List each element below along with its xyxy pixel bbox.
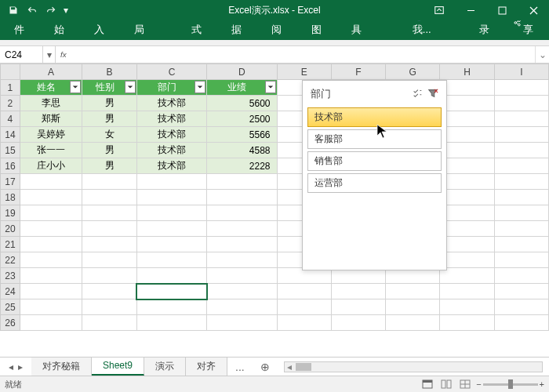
cell[interactable] bbox=[494, 174, 548, 190]
cell[interactable] bbox=[136, 315, 206, 331]
data-cell[interactable]: 2500 bbox=[207, 111, 277, 127]
cell[interactable] bbox=[494, 268, 548, 284]
zoom-control[interactable]: − + bbox=[476, 379, 544, 389]
data-cell[interactable]: 男 bbox=[82, 143, 137, 158]
filter-dropdown-icon[interactable] bbox=[195, 81, 205, 93]
data-cell[interactable]: 庄小小 bbox=[20, 158, 82, 174]
save-icon[interactable] bbox=[5, 2, 22, 18]
cell[interactable] bbox=[494, 111, 548, 127]
cell[interactable] bbox=[494, 299, 548, 315]
cell[interactable] bbox=[494, 96, 548, 111]
cell[interactable] bbox=[440, 237, 494, 252]
row-header-20[interactable]: 20 bbox=[1, 221, 20, 237]
cell[interactable] bbox=[82, 268, 137, 284]
page-break-view-icon[interactable] bbox=[457, 378, 473, 390]
data-cell[interactable]: 技术部 bbox=[136, 96, 206, 111]
row-header-1[interactable]: 1 bbox=[1, 80, 20, 96]
sheet-tab-Sheet9[interactable]: Sheet9 bbox=[92, 358, 144, 376]
qat-dropdown-icon[interactable]: ▾ bbox=[61, 2, 71, 18]
cell[interactable] bbox=[20, 221, 82, 237]
cell[interactable] bbox=[136, 205, 206, 221]
cell[interactable] bbox=[494, 205, 548, 221]
cell[interactable] bbox=[386, 284, 440, 299]
cell[interactable] bbox=[136, 252, 206, 268]
slicer-multiselect-icon[interactable] bbox=[412, 88, 423, 101]
cell[interactable] bbox=[82, 190, 137, 205]
sheet-next-icon[interactable]: ▸ bbox=[18, 361, 23, 372]
sheet-prev-icon[interactable]: ◂ bbox=[9, 361, 13, 372]
sheet-more-icon[interactable]: ... bbox=[227, 358, 253, 376]
col-header-H[interactable]: H bbox=[440, 64, 494, 80]
data-cell[interactable]: 技术部 bbox=[136, 158, 206, 174]
data-cell[interactable]: 技术部 bbox=[136, 143, 206, 158]
cell[interactable] bbox=[440, 158, 494, 174]
fx-button[interactable]: fx bbox=[56, 46, 76, 63]
col-header-E[interactable]: E bbox=[277, 64, 331, 80]
cell[interactable] bbox=[440, 190, 494, 205]
row-header-14[interactable]: 14 bbox=[1, 127, 20, 143]
cell[interactable] bbox=[440, 143, 494, 158]
data-cell[interactable]: 男 bbox=[82, 158, 137, 174]
filter-dropdown-icon[interactable] bbox=[125, 81, 136, 93]
row-header-22[interactable]: 22 bbox=[1, 252, 20, 268]
data-cell[interactable]: 技术部 bbox=[136, 111, 206, 127]
cell[interactable] bbox=[277, 284, 331, 299]
cell[interactable] bbox=[20, 205, 82, 221]
cell[interactable] bbox=[82, 237, 137, 252]
col-header-A[interactable]: A bbox=[20, 64, 82, 80]
zoom-in-button[interactable]: + bbox=[540, 379, 544, 389]
cell[interactable] bbox=[440, 299, 494, 315]
row-header-16[interactable]: 16 bbox=[1, 158, 20, 174]
cell[interactable] bbox=[20, 299, 82, 315]
cell[interactable] bbox=[277, 315, 331, 331]
table-header-0[interactable]: 姓名 bbox=[20, 80, 82, 96]
data-cell[interactable]: 5600 bbox=[207, 96, 277, 111]
cell[interactable] bbox=[494, 237, 548, 252]
data-cell[interactable]: 5566 bbox=[207, 127, 277, 143]
minimize-icon[interactable] bbox=[455, 0, 486, 20]
cell[interactable] bbox=[82, 205, 137, 221]
undo-icon[interactable] bbox=[24, 2, 41, 18]
cell[interactable] bbox=[20, 174, 82, 190]
data-cell[interactable]: 吴婷婷 bbox=[20, 127, 82, 143]
redo-icon[interactable] bbox=[42, 2, 60, 18]
cell[interactable] bbox=[136, 299, 206, 315]
cell[interactable] bbox=[494, 127, 548, 143]
cell[interactable] bbox=[207, 299, 277, 315]
cell[interactable] bbox=[494, 80, 548, 96]
data-cell[interactable]: 技术部 bbox=[136, 127, 206, 143]
cell[interactable] bbox=[440, 80, 494, 96]
cell[interactable] bbox=[136, 174, 206, 190]
cell[interactable] bbox=[440, 284, 494, 299]
cell[interactable] bbox=[207, 221, 277, 237]
formula-bar[interactable] bbox=[76, 53, 535, 56]
cell[interactable] bbox=[331, 315, 385, 331]
cell[interactable] bbox=[20, 284, 82, 299]
name-box[interactable]: C24 bbox=[0, 46, 43, 63]
cell[interactable] bbox=[277, 299, 331, 315]
data-cell[interactable]: 4588 bbox=[207, 143, 277, 158]
col-header-G[interactable]: G bbox=[386, 64, 440, 80]
cell[interactable] bbox=[82, 284, 137, 299]
cell[interactable] bbox=[440, 127, 494, 143]
table-header-2[interactable]: 部门 bbox=[136, 80, 206, 96]
close-icon[interactable] bbox=[518, 0, 549, 20]
table-header-1[interactable]: 性别 bbox=[82, 80, 137, 96]
horizontal-scrollbar[interactable]: ◂ bbox=[284, 361, 543, 372]
cell[interactable] bbox=[207, 284, 277, 299]
cell[interactable] bbox=[136, 221, 206, 237]
cell[interactable] bbox=[136, 190, 206, 205]
cell[interactable] bbox=[207, 315, 277, 331]
col-header-I[interactable]: I bbox=[494, 64, 548, 80]
cell[interactable] bbox=[136, 268, 206, 284]
cell[interactable] bbox=[136, 284, 206, 299]
filter-dropdown-icon[interactable] bbox=[265, 81, 276, 93]
filter-dropdown-icon[interactable] bbox=[70, 81, 81, 93]
cell[interactable] bbox=[386, 299, 440, 315]
cell[interactable] bbox=[331, 284, 385, 299]
cell[interactable] bbox=[207, 205, 277, 221]
cell[interactable] bbox=[331, 299, 385, 315]
slicer-clear-filter-icon[interactable] bbox=[427, 88, 438, 101]
cell[interactable] bbox=[494, 190, 548, 205]
row-header-25[interactable]: 25 bbox=[1, 299, 20, 315]
